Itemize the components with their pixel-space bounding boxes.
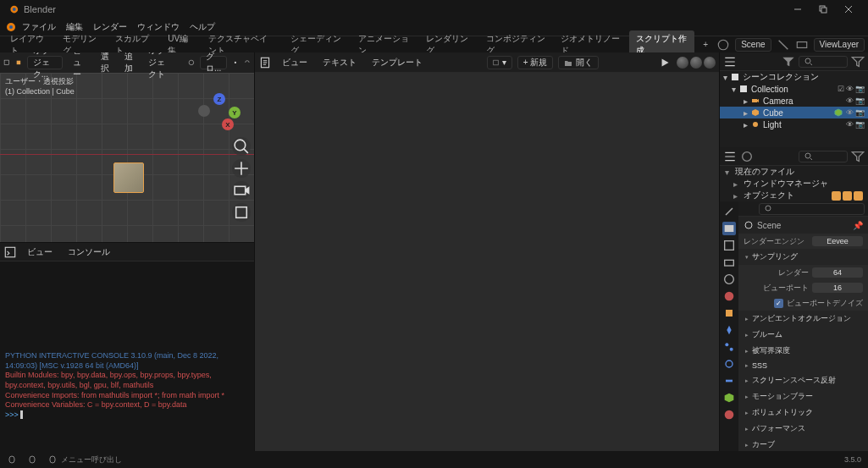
gizmo-x[interactable]: X	[222, 118, 234, 130]
unlink-icon[interactable]	[777, 38, 790, 52]
display-mode-icon[interactable]	[740, 150, 754, 163]
datablocks-row[interactable]: ▸オブジェクト	[720, 190, 868, 201]
datablocks-current-file[interactable]: ▾現在のファイル	[720, 166, 868, 178]
collapsible-panel[interactable]: ▸モーションブラー	[738, 388, 868, 405]
collapsible-panel[interactable]: ▸SSS	[738, 359, 868, 372]
gizmo-y[interactable]: Y	[229, 107, 240, 118]
tab-output[interactable]	[722, 239, 736, 252]
viewport-menu-select[interactable]: 選択	[96, 52, 114, 76]
gizmo-z[interactable]: Z	[213, 93, 225, 105]
collapsible-panel[interactable]: ▸ボリュメトリック	[738, 405, 868, 421]
text-datablock[interactable]: ▾	[487, 56, 512, 69]
props-search[interactable]	[759, 203, 865, 215]
minimize-button[interactable]	[785, 1, 810, 18]
collapsible-panel[interactable]: ▸アンビエントオクルージョン	[738, 311, 868, 327]
tab-physics[interactable]	[722, 357, 736, 371]
tab-scene[interactable]	[722, 273, 736, 286]
text-editor-icon[interactable]	[258, 56, 272, 69]
editor-type-icon[interactable]	[3, 56, 10, 69]
tab-render[interactable]	[722, 222, 736, 235]
tab-tool[interactable]	[722, 205, 736, 218]
svg-point-22	[743, 151, 752, 161]
props-editor-icon[interactable]	[742, 202, 755, 216]
console-menu-view[interactable]: ビュー	[22, 245, 58, 260]
run-script-icon[interactable]	[658, 56, 672, 69]
collapsible-panel[interactable]: ▸カーブ	[738, 437, 868, 451]
pivot-icon[interactable]	[232, 56, 239, 69]
workspace-add[interactable]: +	[696, 37, 715, 52]
new-text-button[interactable]: + 新規	[517, 56, 554, 69]
pin-icon[interactable]: 📌	[853, 221, 863, 230]
default-cube[interactable]	[113, 162, 144, 193]
svg-rect-17	[493, 60, 498, 65]
console-menu-console[interactable]: コンソール	[63, 245, 115, 260]
tab-particles[interactable]	[722, 340, 736, 354]
orientation-icon[interactable]	[188, 56, 195, 69]
text-editor-body[interactable]	[255, 73, 719, 451]
camera-view-icon[interactable]	[232, 181, 251, 200]
collapsible-panel[interactable]: ▸スクリーンスペース反射	[738, 372, 868, 388]
outliner[interactable]: ▾ シーンコレクション ▾ Collection ☑👁📷 ▸ Camera 👁📷…	[720, 71, 868, 147]
pan-icon[interactable]	[232, 159, 251, 178]
viewport-3d[interactable]: オブジェク... ビュー 選択 追加 オブジェクト グロ... オプション▾ ユ…	[0, 52, 254, 243]
console-output[interactable]: PYTHON INTERACTIVE CONSOLE 3.10.9 (main,…	[0, 262, 254, 451]
collapsible-panel[interactable]: ▸被写界深度	[738, 343, 868, 359]
filter-icon[interactable]	[782, 55, 795, 69]
outliner-search[interactable]	[799, 56, 849, 68]
sampling-panel[interactable]: ▾サンプリング	[738, 249, 868, 265]
datablocks-panel[interactable]: ▾現在のファイル ▸ウィンドウマネージャ ▸オブジェクト ▸カメラ設定 ▸コレク…	[720, 166, 868, 201]
transform-orientation[interactable]: グロ...	[200, 56, 227, 69]
text-menu-text[interactable]: テキスト	[318, 55, 362, 70]
render-engine-select[interactable]: Eevee	[812, 236, 863, 246]
perspective-icon[interactable]	[232, 203, 251, 222]
tab-data[interactable]	[722, 391, 736, 405]
render-samples-row: レンダー 64	[738, 265, 868, 280]
snap-icon[interactable]	[244, 56, 251, 69]
text-menu-template[interactable]: テンプレート	[367, 55, 428, 70]
datablocks-header	[720, 147, 868, 166]
outliner-item[interactable]: ▾ Collection ☑👁📷	[720, 83, 868, 95]
viewport-menu-add[interactable]: 追加	[119, 52, 138, 76]
outliner-item[interactable]: ▸ Light 👁📷	[720, 118, 868, 130]
viewport-menu-view[interactable]: ビュー	[68, 52, 91, 82]
maximize-button[interactable]	[810, 1, 836, 18]
axis-x	[0, 154, 254, 155]
collapsible-panel[interactable]: ▸パフォーマンス	[738, 421, 868, 437]
data-api-icon[interactable]	[723, 150, 737, 163]
nav-gizmo[interactable]: Z Y X	[198, 93, 240, 135]
viewlayer-field[interactable]: ViewLayer	[814, 38, 865, 52]
datablocks-row[interactable]: ▸ウィンドウマネージャ	[720, 178, 868, 190]
close-button[interactable]	[836, 1, 861, 18]
outliner-scene-collection[interactable]: ▾ シーンコレクション	[720, 71, 868, 83]
zoom-icon[interactable]	[232, 137, 251, 156]
filter-icon[interactable]	[851, 150, 865, 163]
gizmo-neg[interactable]	[198, 105, 210, 117]
mouse-icon	[47, 454, 58, 465]
viewport-menu-object[interactable]: オブジェクト	[143, 52, 178, 82]
svg-rect-25	[725, 241, 734, 251]
scene-field[interactable]: Scene	[735, 38, 771, 52]
render-samples-field[interactable]: 64	[812, 267, 863, 278]
mesh-data-icon	[834, 108, 843, 117]
console-editor-icon[interactable]	[3, 245, 17, 259]
tab-world[interactable]	[722, 289, 736, 303]
tab-material[interactable]	[722, 408, 736, 421]
tab-constraints[interactable]	[722, 374, 736, 388]
denoise-checkbox[interactable]: ✓	[774, 299, 783, 308]
mode-select[interactable]: オブジェク...	[27, 56, 64, 69]
datablocks-search[interactable]	[799, 151, 849, 162]
filter-toggle-icon[interactable]	[851, 55, 865, 69]
text-menu-view[interactable]: ビュー	[277, 55, 312, 70]
viewport-samples-field[interactable]: 16	[812, 283, 863, 293]
collapsible-panel[interactable]: ▸ブルーム	[738, 327, 868, 343]
text-display-toggles[interactable]	[677, 57, 716, 69]
open-text-button[interactable]: 開く	[558, 56, 599, 69]
outliner-item[interactable]: ▸ Camera 👁📷	[720, 95, 868, 107]
tab-modifier[interactable]	[722, 323, 736, 337]
context-label: Scene	[757, 221, 781, 230]
outliner-item-selected[interactable]: ▸ Cube 👁📷	[720, 107, 868, 118]
outliner-icon[interactable]	[723, 55, 737, 69]
tab-object[interactable]	[722, 306, 736, 320]
mode-icon[interactable]	[15, 56, 22, 69]
tab-viewlayer[interactable]	[722, 256, 736, 269]
